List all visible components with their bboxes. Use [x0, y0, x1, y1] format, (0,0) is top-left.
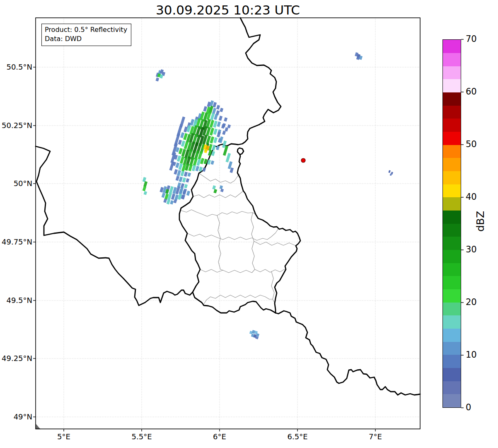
country-border [36, 146, 193, 305]
colorbar-tick-label: 20 [466, 297, 477, 307]
plot-frame [36, 18, 420, 429]
radar-cell [182, 177, 186, 182]
colorbar-tick-label: 40 [466, 192, 477, 202]
radar-cell [180, 171, 184, 176]
radar-cell [221, 124, 225, 128]
y-tick-label: 49.75°N [0, 237, 32, 246]
radar-cell [216, 105, 220, 109]
colorbar-segment [443, 119, 461, 132]
radar-cell [212, 185, 216, 190]
radar-cell [169, 161, 174, 171]
colorbar-segment [443, 303, 461, 316]
radar-cell [179, 177, 183, 182]
x-tick-label: 5°E [39, 432, 89, 441]
radar-cell [162, 193, 165, 198]
colorbar [442, 39, 461, 408]
colorbar-tick-label: 50 [466, 139, 477, 149]
colorbar-tick-label: 0 [466, 402, 471, 412]
radar-station-dot [301, 158, 305, 162]
y-tick-label: 49.5°N [0, 296, 32, 305]
colorbar-unit-label: dBZ [460, 220, 498, 232]
colorbar-segment [443, 79, 461, 92]
y-tick-label: 49.25°N [0, 354, 32, 363]
radar-cell [174, 169, 178, 174]
canton-border [200, 269, 286, 273]
colorbar-segment [443, 355, 461, 368]
radar-cell [213, 137, 218, 143]
y-tick-label: 50°N [0, 179, 32, 188]
map-canvas [0, 0, 498, 448]
colorbar-segment [443, 224, 461, 237]
colorbar-segment [443, 237, 461, 250]
colorbar-segment [443, 197, 461, 211]
country-border [237, 148, 244, 155]
country-border [276, 311, 420, 395]
product-info-box: Product: 0.5° Reflectivity Data: DWD [41, 24, 131, 46]
radar-cell [217, 121, 221, 127]
colorbar-segment [443, 211, 461, 224]
radar-cell [207, 160, 211, 165]
radar-cell [143, 186, 146, 191]
colorbar-segment [443, 368, 461, 381]
colorbar-tick-label: 10 [466, 350, 477, 360]
radar-cell [163, 199, 167, 203]
radar-cell [220, 108, 223, 112]
radar-cell [212, 145, 216, 150]
radar-cell [156, 77, 160, 82]
radar-cell [202, 167, 206, 172]
radar-cell [195, 166, 199, 171]
country-border [237, 155, 300, 313]
canton-border [251, 213, 255, 269]
colorbar-tick-label: 60 [466, 87, 477, 97]
radar-cell [176, 176, 179, 181]
colorbar-segment [443, 250, 461, 263]
colorbar-segment [443, 342, 461, 355]
radar-cell [213, 189, 217, 194]
radar-cell [220, 185, 223, 189]
colorbar-segment [443, 315, 461, 329]
radar-cell [220, 189, 224, 192]
data-source-line: Data: DWD [45, 34, 127, 44]
radar-cell [222, 131, 226, 135]
radar-cell [224, 117, 227, 122]
radar-cell [225, 153, 231, 162]
product-line: Product: 0.5° Reflectivity [45, 25, 127, 34]
radar-cell [225, 127, 228, 132]
canton-border [187, 229, 278, 240]
radar-cell [214, 114, 218, 120]
colorbar-segment [443, 158, 461, 171]
radar-cell [174, 194, 179, 200]
x-tick-label: 6.5°E [273, 432, 322, 441]
colorbar-segment [443, 132, 461, 145]
radar-cell [227, 124, 231, 128]
radar-map-page: 30.09.2025 10:23 UTC Product: 0.5° Refle… [0, 0, 498, 448]
radar-cell [187, 172, 191, 177]
radar-cell [184, 184, 188, 189]
corner-wedge [36, 424, 41, 429]
canton-border [199, 173, 239, 183]
radar-cell [143, 181, 147, 187]
radar-cell [175, 162, 179, 168]
radar-cell [210, 113, 215, 120]
colorbar-segment [443, 394, 461, 407]
colorbar-segment [443, 329, 461, 342]
page-title: 30.09.2025 10:23 UTC [36, 2, 420, 17]
colorbar-tick-label: 30 [466, 245, 477, 254]
canton-border [217, 216, 223, 270]
colorbar-segment [443, 289, 461, 303]
colorbar-segment [443, 40, 461, 53]
radar-cell [203, 106, 207, 111]
colorbar-segment [443, 66, 461, 80]
radar-cell [184, 172, 188, 177]
colorbar-segment [443, 381, 461, 395]
radar-cell [178, 140, 182, 145]
colorbar-segment [443, 106, 461, 119]
colorbar-segment [443, 145, 461, 158]
colorbar-segment [443, 263, 461, 276]
radar-cell [217, 131, 221, 137]
radar-cell [204, 149, 208, 153]
radar-cell [170, 200, 174, 205]
colorbar-tick-label: 70 [466, 34, 477, 44]
colorbar-segment [443, 184, 461, 198]
radar-cell [186, 178, 189, 183]
